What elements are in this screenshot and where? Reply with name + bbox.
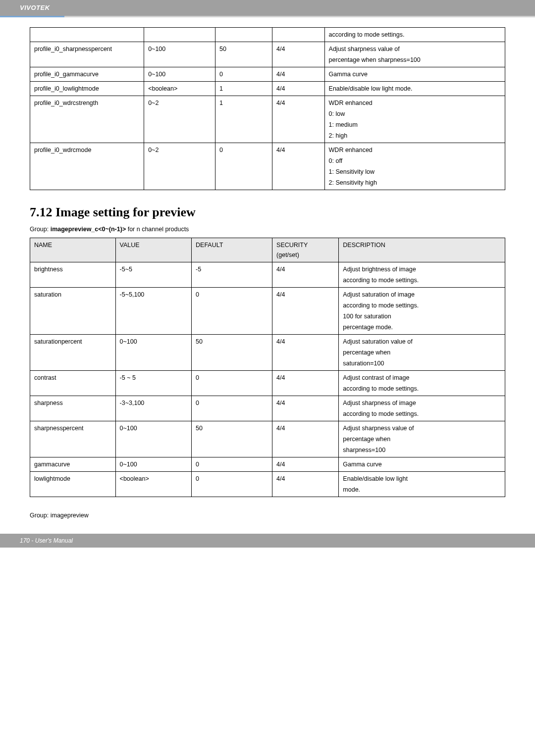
header-band: VIVOTEK [0,0,535,16]
cell-desc: Gamma curve [324,67,505,82]
cell-security: 4/4 [272,67,324,82]
desc-line: percentage when [343,436,501,443]
cell-security: 4/4 [272,457,339,472]
desc-line: Adjust brightness of image [343,266,501,273]
cell-security: 4/4 [272,472,339,497]
page-content: according to mode settings. profile_i0_s… [0,17,535,534]
table-row: gammacurve 0~100 0 4/4 Gamma curve [30,457,505,472]
cell-desc: according to mode settings. [324,28,505,42]
table-imagepreview: NAME VALUE DEFAULT SECURITY (get/set) DE… [30,238,505,497]
desc-line: percentage mode. [343,324,501,331]
cell-default: 0 [192,396,272,421]
cell-default: 0 [192,472,272,497]
desc-line: according to mode settings. [343,277,501,284]
header-name: NAME [30,238,116,262]
table-profile-settings: according to mode settings. profile_i0_s… [30,27,505,190]
cell-value: 0~100 [144,42,215,67]
cell-value: -5~5 [115,262,191,288]
section-title: 7.12 Image setting for preview [30,205,505,220]
cell-desc: Adjust sharpness value of percentage whe… [339,421,505,457]
cell-value: 0~100 [144,67,215,82]
desc-line: percentage when sharpness=100 [329,56,501,63]
desc-line: Adjust contrast of image [343,374,501,381]
table-row: profile_i0_gammacurve 0~100 0 4/4 Gamma … [30,67,505,82]
desc-line: 1: Sensitivity low [329,168,501,175]
table-row: sharpness -3~3,100 0 4/4 Adjust sharpnes… [30,396,505,421]
desc-line: WDR enhanced [329,100,501,106]
cell-default: 50 [192,335,272,371]
cell-name: sharpness [30,396,116,421]
desc-line: 2: Sensitivity high [329,179,501,186]
table-row: profile_i0_wdrcmode 0~2 0 4/4 WDR enhanc… [30,143,505,190]
desc-line: 1: medium [329,121,501,128]
cell-default: 0 [192,288,272,335]
table-row: profile_i0_lowlightmode <boolean> 1 4/4 … [30,82,505,96]
cell-desc: WDR enhanced 0: off 1: Sensitivity low 2… [324,143,505,190]
desc-line: according to mode settings. [343,385,501,392]
desc-line: Adjust saturation of image [343,291,501,298]
cell-default [215,28,272,42]
cell-desc: Gamma curve [339,457,505,472]
cell-security: 4/4 [272,288,339,335]
header-desc: DESCRIPTION [339,238,505,262]
cell-default: 0 [192,371,272,396]
table-header-row: NAME VALUE DEFAULT SECURITY (get/set) DE… [30,238,505,262]
group-line: Group: imagepreview_c<0~(n-1)> for n cha… [30,226,505,233]
desc-line: 0: low [329,110,501,117]
cell-default: 50 [215,42,272,67]
desc-line: Adjust saturation value of [343,338,501,345]
cell-default: -5 [192,262,272,288]
cell-security [272,28,324,42]
cell-name: profile_i0_sharpnesspercent [30,42,144,67]
cell-value: 0~100 [115,421,191,457]
cell-name [30,28,144,42]
cell-value: -3~3,100 [115,396,191,421]
desc-line: Adjust sharpness value of [343,425,501,432]
desc-line: Adjust sharpness value of [329,46,501,52]
cell-desc: Adjust saturation of image according to … [339,288,505,335]
cell-security: 4/4 [272,335,339,371]
bottom-group-label: Group: imagepreview [30,512,505,519]
table-row: lowlightmode <boolean> 0 4/4 Enable/disa… [30,472,505,497]
desc-line: percentage when [343,349,501,356]
cell-security: 4/4 [272,96,324,143]
cell-value: -5 ~ 5 [115,371,191,396]
cell-value [144,28,215,42]
desc-line: sharpness=100 [343,447,501,454]
header-security: SECURITY (get/set) [272,238,339,262]
desc-line: 0: off [329,157,501,164]
desc-line: according to mode settings. [343,302,501,309]
cell-desc: Adjust sharpness value of percentage whe… [324,42,505,67]
cell-default: 50 [192,421,272,457]
cell-desc: Adjust sharpness of image according to m… [339,396,505,421]
desc-line: Adjust sharpness of image [343,400,501,406]
cell-security: 4/4 [272,262,339,288]
cell-value: 0~100 [115,457,191,472]
brand-label: VIVOTEK [20,4,50,11]
cell-value: 0~2 [144,96,215,143]
header-security-text: SECURITY [276,242,334,249]
cell-desc: Adjust saturation value of percentage wh… [339,335,505,371]
cell-default: 1 [215,96,272,143]
table-row: saturationpercent 0~100 50 4/4 Adjust sa… [30,335,505,371]
cell-security: 4/4 [272,371,339,396]
cell-desc: WDR enhanced 0: low 1: medium 2: high [324,96,505,143]
desc-line: mode. [343,486,501,493]
cell-security: 4/4 [272,143,324,190]
cell-name: saturationpercent [30,335,116,371]
cell-security: 4/4 [272,82,324,96]
cell-name: saturation [30,288,116,335]
group-suffix: for n channel products [126,226,189,233]
group-prefix: Group: [30,226,51,233]
cell-value: -5~5,100 [115,288,191,335]
header-default: DEFAULT [192,238,272,262]
group-bold: imagepreview_c<0~(n-1)> [51,226,126,233]
desc-line: 100 for saturation [343,313,501,320]
cell-name: profile_i0_wdrcmode [30,143,144,190]
cell-value: 0~100 [115,335,191,371]
desc-line: according to mode settings. [343,410,501,417]
cell-value: <boolean> [115,472,191,497]
cell-name: profile_i0_gammacurve [30,67,144,82]
cell-default: 0 [215,143,272,190]
cell-name: profile_i0_wdrcstrength [30,96,144,143]
